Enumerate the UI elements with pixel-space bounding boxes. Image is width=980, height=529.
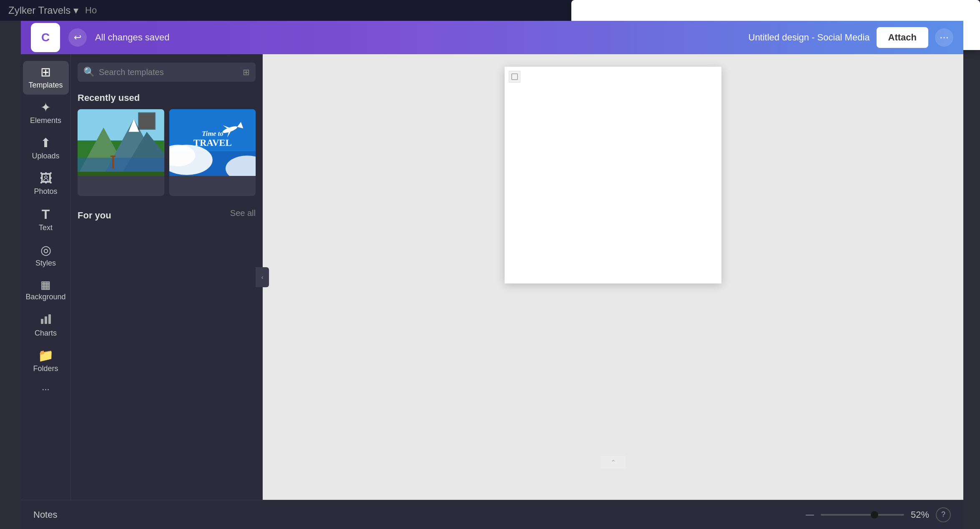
canva-topbar: C ↩ All changes saved Untitled design - …: [21, 21, 963, 54]
page-indicator: [509, 71, 520, 83]
styles-icon: ◎: [40, 244, 51, 256]
canvas-page[interactable]: [505, 67, 721, 283]
templates-panel: 🔍 ⊞ Recently used: [71, 54, 263, 500]
canva-logo[interactable]: C: [31, 23, 60, 52]
templates-icon: ⊞: [40, 66, 51, 78]
sidebar-item-text[interactable]: T Text: [23, 203, 69, 237]
bg-nav-home: Ho: [85, 5, 97, 16]
sidebar-item-elements[interactable]: ✦ Elements: [23, 96, 69, 130]
undo-button[interactable]: ↩: [68, 28, 87, 47]
zoom-controls: — 52% ?: [806, 507, 951, 522]
template-mountain-preview: [78, 109, 164, 176]
see-all-link[interactable]: See all: [230, 208, 256, 218]
sidebar-item-charts[interactable]: Charts: [23, 308, 69, 343]
svg-rect-13: [139, 114, 154, 128]
more-button[interactable]: ⋯: [935, 28, 953, 47]
sidebar-item-templates[interactable]: ⊞ Templates: [23, 61, 69, 95]
for-you-title: For you: [78, 210, 111, 221]
sidebar-background-label: Background: [25, 293, 65, 301]
search-bar: 🔍 ⊞: [78, 63, 256, 82]
search-bar-wrapper: 🔍 ⊞: [71, 54, 262, 88]
more-dots-icon: ···: [42, 385, 49, 394]
sidebar-item-background[interactable]: ▦ Background: [23, 274, 69, 306]
svg-text:TRAVEL: TRAVEL: [193, 138, 231, 148]
notes-scroll-up-button[interactable]: ⌃: [601, 456, 626, 469]
zoom-minus-icon: —: [806, 510, 814, 519]
design-title: Untitled design - Social Media: [749, 32, 870, 43]
canva-sidebar: ⊞ Templates ✦ Elements ⬆ Uploads 🖼 Photo…: [21, 54, 71, 500]
templates-content: Recently used: [71, 88, 262, 500]
sidebar-item-folders[interactable]: 📁 Folders: [23, 344, 69, 378]
filter-icon[interactable]: ⊞: [243, 67, 250, 77]
sidebar-templates-label: Templates: [28, 81, 63, 90]
notes-label: Notes: [33, 509, 57, 520]
zoom-slider-track[interactable]: [821, 514, 904, 516]
recently-used-grid: Time to TRAVEL: [78, 109, 256, 196]
search-icon: 🔍: [83, 67, 95, 78]
zoom-help-button[interactable]: ?: [936, 507, 951, 522]
template-thumbnail-travel[interactable]: Time to TRAVEL: [169, 109, 256, 196]
saved-status: All changes saved: [95, 32, 170, 43]
svg-rect-9: [78, 158, 164, 172]
zoom-percentage: 52%: [911, 509, 929, 520]
bg-app-title: Zylker Travels ▾: [8, 5, 78, 16]
canva-editor: C ↩ All changes saved Untitled design - …: [21, 21, 963, 529]
template-travel-preview: Time to TRAVEL: [169, 109, 256, 176]
svg-rect-2: [48, 314, 51, 324]
sidebar-item-uploads[interactable]: ⬆ Uploads: [23, 132, 69, 165]
sidebar-charts-label: Charts: [35, 329, 57, 338]
more-icon: ⋯: [940, 32, 949, 43]
elements-icon: ✦: [40, 101, 51, 114]
sidebar-styles-label: Styles: [35, 259, 56, 268]
uploads-icon: ⬆: [40, 137, 51, 149]
template-thumbnail-mountain[interactable]: [78, 109, 164, 196]
svg-rect-0: [41, 319, 43, 324]
background-icon: ▦: [40, 279, 51, 290]
sidebar-photos-label: Photos: [34, 187, 57, 196]
undo-icon: ↩: [74, 32, 81, 43]
sidebar-item-more[interactable]: ···: [23, 380, 69, 399]
canva-logo-text: C: [41, 31, 50, 44]
photos-icon: 🖼: [40, 172, 52, 185]
chevron-up-icon: ⌃: [611, 459, 616, 466]
svg-text:Time to: Time to: [202, 130, 223, 138]
search-templates-input[interactable]: [99, 68, 239, 77]
sidebar-uploads-label: Uploads: [32, 152, 59, 160]
panel-collapse-handle[interactable]: ‹: [256, 267, 269, 287]
recently-used-title: Recently used: [78, 93, 256, 103]
sidebar-item-photos[interactable]: 🖼 Photos: [23, 167, 69, 201]
canva-topbar-right: Untitled design - Social Media Attach ⋯: [749, 27, 954, 48]
svg-rect-11: [111, 155, 116, 157]
svg-rect-1: [45, 316, 47, 324]
folders-icon: 📁: [38, 349, 53, 362]
help-icon: ?: [941, 510, 945, 519]
charts-icon: [40, 313, 52, 326]
sidebar-item-styles[interactable]: ◎ Styles: [23, 239, 69, 273]
canva-body: ⊞ Templates ✦ Elements ⬆ Uploads 🖼 Photo…: [21, 54, 963, 500]
for-you-header: For you See all: [78, 206, 256, 221]
svg-rect-10: [112, 155, 114, 168]
sidebar-folders-label: Folders: [33, 364, 58, 373]
canvas-bottom-bar: Notes — 52% ?: [21, 500, 963, 529]
canva-topbar-left: C ↩ All changes saved: [31, 23, 170, 52]
svg-rect-25: [512, 74, 518, 80]
text-icon: T: [42, 208, 50, 221]
sidebar-elements-label: Elements: [30, 116, 61, 125]
attach-button[interactable]: Attach: [877, 27, 928, 48]
canvas-wrapper: [505, 67, 721, 283]
zoom-slider-thumb: [871, 511, 878, 519]
sidebar-text-label: Text: [39, 223, 53, 232]
canvas-area: ⌃: [263, 54, 963, 500]
chevron-left-icon: ‹: [261, 274, 264, 281]
